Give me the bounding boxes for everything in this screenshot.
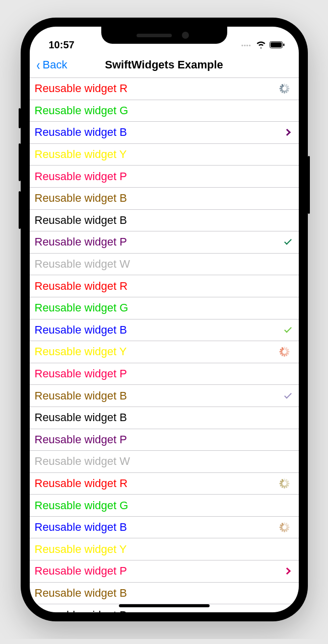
table-row[interactable]: Reusable widget P [30,231,299,254]
table-row[interactable]: Reusable widget B [30,122,299,144]
svg-rect-2 [283,44,285,46]
home-indicator[interactable] [119,604,210,607]
row-label: Reusable widget W [35,258,290,271]
table-row[interactable]: Reusable widget P [30,166,299,188]
row-label: Reusable widget G [35,104,290,117]
row-label: Reusable widget B [35,411,290,424]
row-label: Reusable widget P [35,367,290,380]
row-label: Reusable widget Y [35,543,290,556]
row-label: Reusable widget Y [35,345,280,358]
table-row[interactable]: Reusable widget G [30,100,299,122]
table-row[interactable]: Reusable widget B [30,319,299,342]
cell-signal-icon: •••• [241,42,251,48]
row-label: Reusable widget W [35,455,290,468]
row-label: Reusable widget G [35,301,290,314]
row-label: Reusable widget B [35,587,290,600]
row-label: Reusable widget P [35,170,290,183]
row-label: Reusable widget B [35,521,280,534]
chevron-right-icon [283,568,290,575]
row-label: Reusable widget B [35,609,280,612]
table-view[interactable]: Reusable widget RReusable widget GReusab… [30,78,299,612]
table-row[interactable]: Reusable widget W [30,254,299,276]
row-label: Reusable widget B [35,324,286,337]
row-label: Reusable widget G [35,499,290,512]
table-row[interactable]: Reusable widget P [30,363,299,385]
row-label: Reusable widget Y [35,148,290,161]
spinner-icon [280,347,290,357]
row-label: Reusable widget R [35,280,290,293]
row-label: Reusable widget B [35,214,290,227]
chevron-left-icon: ‹ [36,57,40,72]
table-row[interactable]: Reusable widget Y [30,538,299,560]
spinner-icon [280,478,290,489]
row-label: Reusable widget B [35,192,290,205]
svg-rect-1 [271,42,282,47]
table-row[interactable]: Reusable widget W [30,451,299,473]
table-row[interactable]: Reusable widget B [30,210,299,232]
spinner-icon [280,84,290,94]
table-row[interactable]: Reusable widget Y [30,144,299,166]
table-row[interactable]: Reusable widget P [30,429,299,451]
row-label: Reusable widget P [35,433,290,446]
table-row[interactable]: Reusable widget B [30,385,299,407]
row-label: Reusable widget B [35,126,285,139]
table-row[interactable]: Reusable widget R [30,473,299,495]
navigation-bar: ‹ Back SwiftWidgets Example [30,52,299,78]
table-row[interactable]: Reusable widget G [30,495,299,517]
spinner-icon [280,522,290,532]
row-label: Reusable widget P [35,235,286,249]
back-button[interactable]: ‹ Back [30,57,68,72]
spinner-icon [280,610,290,612]
table-row[interactable]: Reusable widget B [30,517,299,539]
row-label: Reusable widget R [35,82,280,95]
wifi-icon [256,39,266,51]
row-label: Reusable widget P [35,565,285,578]
row-label: Reusable widget B [35,389,286,403]
table-row[interactable]: Reusable widget P [30,560,299,583]
table-row[interactable]: Reusable widget R [30,275,299,297]
chevron-right-icon [283,129,290,136]
table-row[interactable]: Reusable widget G [30,297,299,319]
table-row[interactable]: Reusable widget B [30,407,299,429]
back-label: Back [43,58,68,71]
table-row[interactable]: Reusable widget Y [30,341,299,363]
page-title: SwiftWidgets Example [30,58,299,71]
table-row[interactable]: Reusable widget R [30,78,299,100]
battery-icon [270,39,285,51]
table-row[interactable]: Reusable widget B [30,583,299,605]
table-row[interactable]: Reusable widget B [30,188,299,210]
row-label: Reusable widget R [35,477,280,490]
status-time: 10:57 [49,39,75,50]
